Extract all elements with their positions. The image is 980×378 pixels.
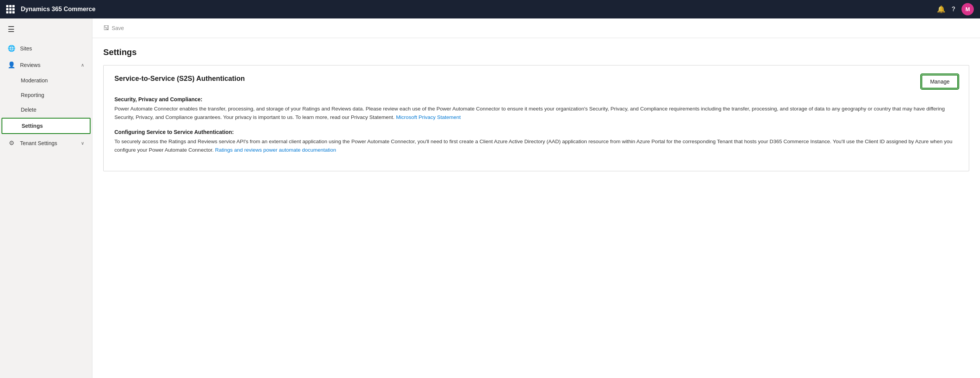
- sidebar: ☰ 🌐 Sites 👤 Reviews ∧ Moderation Reporti…: [0, 18, 92, 378]
- topbar-actions: 🔔 ? M: [937, 3, 974, 15]
- topbar: Dynamics 365 Commerce 🔔 ? M: [0, 0, 980, 18]
- sidebar-submenu-reviews: Moderation Reporting Delete Settings: [0, 73, 92, 135]
- security-block: Security, Privacy and Compliance: Power …: [114, 96, 958, 121]
- sidebar-item-reporting[interactable]: Reporting: [0, 88, 92, 102]
- chevron-up-icon: ∧: [81, 62, 84, 68]
- manage-button[interactable]: Manage: [921, 75, 958, 89]
- chevron-down-icon: ∨: [81, 140, 84, 146]
- app-title: Dynamics 365 Commerce: [21, 6, 937, 13]
- tenant-settings-icon: ⚙: [8, 139, 15, 147]
- security-block-text: Power Automate Connector enables the tra…: [114, 105, 958, 121]
- sidebar-tenant-label: Tenant Settings: [20, 140, 76, 146]
- avatar[interactable]: M: [962, 3, 974, 15]
- save-icon: 🖫: [103, 25, 109, 32]
- configuring-block-text: To securely access the Ratings and Revie…: [114, 137, 958, 154]
- microsoft-privacy-link[interactable]: Microsoft Privacy Statement: [396, 114, 461, 120]
- toolbar: 🖫 Save: [92, 18, 980, 38]
- sidebar-reviews-label: Reviews: [20, 62, 76, 68]
- main-content: 🖫 Save Settings Service-to-Service (S2S)…: [92, 18, 980, 378]
- card-section-title: Service-to-Service (S2S) Authentication: [114, 75, 245, 83]
- sidebar-sites-label: Sites: [20, 45, 84, 52]
- help-icon[interactable]: ?: [951, 6, 955, 13]
- waffle-menu[interactable]: [6, 5, 15, 13]
- save-label: Save: [112, 25, 124, 31]
- save-button[interactable]: 🖫 Save: [100, 23, 127, 33]
- configuring-block: Configuring Service to Service Authentic…: [114, 129, 958, 154]
- ratings-reviews-link[interactable]: Ratings and reviews power automate docum…: [215, 147, 336, 153]
- sidebar-item-reviews[interactable]: 👤 Reviews ∧: [0, 57, 92, 73]
- sidebar-toggle[interactable]: ☰: [0, 18, 92, 40]
- reviews-icon: 👤: [8, 61, 15, 69]
- sidebar-item-moderation[interactable]: Moderation: [0, 73, 92, 88]
- layout: ☰ 🌐 Sites 👤 Reviews ∧ Moderation Reporti…: [0, 18, 980, 378]
- sites-icon: 🌐: [8, 45, 15, 52]
- configuring-block-title: Configuring Service to Service Authentic…: [114, 129, 958, 135]
- security-block-title: Security, Privacy and Compliance:: [114, 96, 958, 102]
- page-content: Settings Service-to-Service (S2S) Authen…: [92, 38, 980, 378]
- sidebar-item-settings[interactable]: Settings: [2, 118, 91, 134]
- page-title: Settings: [103, 47, 969, 57]
- notification-icon[interactable]: 🔔: [937, 5, 945, 13]
- settings-card: Service-to-Service (S2S) Authentication …: [103, 65, 969, 171]
- sidebar-item-delete[interactable]: Delete: [0, 102, 92, 117]
- sidebar-item-sites[interactable]: 🌐 Sites: [0, 40, 92, 57]
- sidebar-item-tenant-settings[interactable]: ⚙ Tenant Settings ∨: [0, 135, 92, 151]
- card-header: Service-to-Service (S2S) Authentication …: [114, 75, 958, 89]
